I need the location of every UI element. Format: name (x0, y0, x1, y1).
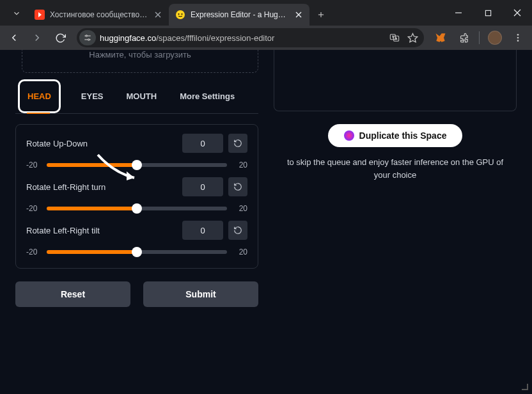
separator (479, 31, 480, 44)
profile-avatar[interactable] (485, 28, 505, 48)
slider-rotate-left-right-tilt[interactable] (47, 250, 227, 254)
favicon-icon (35, 10, 45, 20)
svg-point-17 (88, 39, 90, 40)
close-icon[interactable] (294, 10, 303, 19)
control-rotate-left-right-turn: Rotate Left-Right turn 0 -20 20 (26, 177, 247, 213)
control-value[interactable]: 0 (182, 134, 223, 153)
window-close-button[interactable] (503, 0, 532, 26)
window-titlebar: Хостинговое сообщество «Tim Expression E… (0, 0, 532, 26)
browser-toolbar: huggingface.co/spaces/fffiloni/expressio… (0, 26, 532, 50)
control-value[interactable]: 0 (182, 177, 223, 196)
slider-min: -20 (26, 248, 40, 256)
duplicate-label: Duplicate this Space (359, 130, 447, 141)
url-text: huggingface.co/spaces/fffiloni/expressio… (100, 33, 386, 43)
reset-icon[interactable] (228, 134, 247, 153)
duplicate-space-button[interactable]: Duplicate this Space (328, 124, 462, 147)
tab-eyes[interactable]: EYES (79, 84, 106, 109)
slider-min: -20 (26, 161, 40, 169)
bookmark-button[interactable] (403, 29, 421, 47)
duplicate-caption: to skip the queue and enjoy faster infer… (274, 156, 517, 181)
extension-metamask-icon[interactable] (430, 28, 451, 48)
back-button[interactable] (4, 28, 24, 48)
output-placeholder (274, 50, 517, 111)
site-settings-button[interactable] (79, 30, 96, 45)
control-label: Rotate Left-Right turn (26, 182, 177, 192)
svg-point-21 (517, 34, 519, 36)
forward-button[interactable] (27, 28, 47, 48)
slider-rotate-left-right-turn[interactable] (47, 207, 227, 210)
settings-tabs: HEAD EYES MOUTH More Settings (15, 79, 258, 114)
submit-button[interactable]: Submit (143, 281, 258, 307)
tab-more-settings[interactable]: More Settings (177, 84, 237, 109)
reload-button[interactable] (50, 28, 70, 48)
slider-max: 20 (233, 248, 247, 256)
slider-rotate-up-down[interactable] (47, 163, 227, 167)
browser-tab-0[interactable]: Хостинговое сообщество «Tim (28, 4, 169, 26)
control-label: Rotate Up-Down (26, 139, 177, 148)
tab-mouth[interactable]: MOUTH (124, 84, 160, 109)
menu-button[interactable] (508, 28, 528, 48)
resize-handle[interactable] (522, 384, 528, 390)
head-controls-panel: Rotate Up-Down 0 -20 20 (15, 124, 258, 269)
reset-icon[interactable] (228, 177, 247, 196)
tab-search-button[interactable] (8, 4, 26, 22)
svg-point-3 (176, 10, 185, 19)
tab-title: Expression Editor - a Hugging F (191, 10, 289, 19)
tab-underline (27, 113, 50, 114)
slider-max: 20 (233, 161, 247, 169)
spark-icon (344, 130, 354, 141)
tab-title: Хостинговое сообщество «Tim (50, 10, 148, 19)
upload-hint: Нажмите, чтобы загрузить (89, 50, 191, 59)
translate-icon[interactable] (386, 29, 403, 47)
slider-min: -20 (26, 204, 40, 213)
control-rotate-up-down: Rotate Up-Down 0 -20 20 (26, 134, 247, 169)
close-icon[interactable] (153, 10, 162, 19)
svg-point-16 (86, 35, 87, 36)
svg-point-22 (517, 37, 519, 39)
page-content: Нажмите, чтобы загрузить HEAD EYES MOUTH… (0, 50, 532, 394)
reset-icon[interactable] (228, 221, 247, 240)
control-rotate-left-right-tilt: Rotate Left-Right tilt 0 -20 20 (26, 221, 247, 256)
browser-tab-1[interactable]: Expression Editor - a Hugging F (169, 4, 309, 26)
reset-button[interactable]: Reset (15, 281, 130, 307)
svg-point-4 (178, 13, 180, 15)
svg-point-5 (182, 13, 183, 15)
control-value[interactable]: 0 (182, 221, 223, 240)
window-maximize-button[interactable] (473, 0, 503, 26)
new-tab-button[interactable] (312, 6, 330, 24)
svg-rect-11 (485, 10, 490, 15)
svg-marker-20 (408, 33, 417, 42)
upload-dropzone[interactable]: Нажмите, чтобы загрузить (22, 50, 258, 73)
favicon-icon (175, 10, 185, 20)
address-bar[interactable]: huggingface.co/spaces/fffiloni/expressio… (77, 28, 424, 47)
tab-head[interactable]: HEAD (25, 84, 54, 109)
svg-point-23 (517, 40, 519, 42)
extensions-button[interactable] (453, 28, 474, 48)
slider-max: 20 (233, 204, 247, 213)
window-minimize-button[interactable] (444, 0, 473, 26)
control-label: Rotate Left-Right tilt (26, 226, 177, 235)
